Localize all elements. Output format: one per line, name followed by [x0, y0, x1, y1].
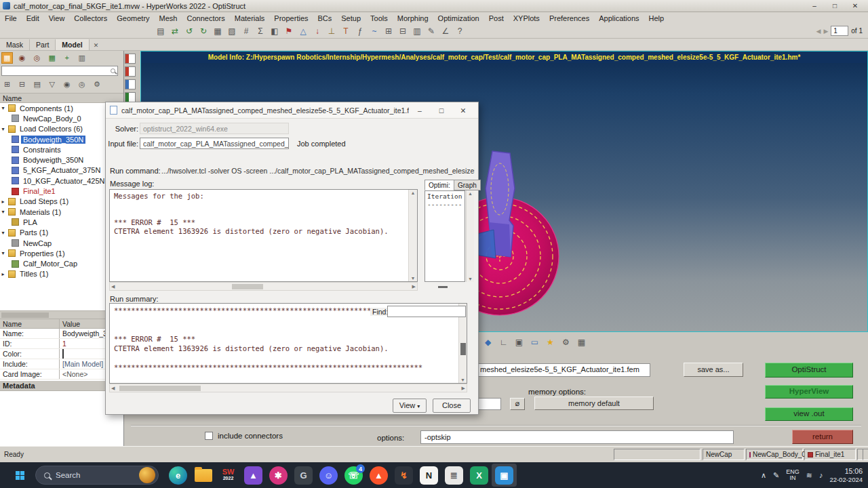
prev-page-icon[interactable]: ◀ [816, 28, 821, 35]
message-log-vscrollbar[interactable]: ▲▼ [408, 190, 417, 281]
menu-tools[interactable]: Tools [366, 14, 393, 23]
maximize-button[interactable]: □ [825, 1, 845, 12]
swap-model-icon[interactable]: ⇄ [169, 25, 181, 37]
dialog-minimize-button[interactable]: – [409, 103, 431, 118]
show-icon[interactable]: ◉ [16, 52, 28, 64]
message-log-hscrollbar[interactable]: ◀▶ [109, 282, 418, 291]
discord-icon[interactable]: ☺ [316, 464, 341, 487]
memory-toggle-button[interactable]: ⌀ [510, 398, 525, 410]
tab-model[interactable]: Model [56, 39, 89, 50]
tree-item-label[interactable]: Load Collectors (6) [18, 125, 85, 133]
status-current-component[interactable]: NewCap_Body_0 [746, 449, 803, 460]
tab-mask[interactable]: Mask [0, 39, 30, 50]
run-summary-hscrollbar[interactable]: ◀▶ [109, 384, 467, 392]
prop-value[interactable]: <None> [60, 369, 90, 379]
isolate-icon[interactable]: ◎ [76, 79, 87, 90]
capture-icon[interactable]: ▦ [576, 336, 587, 348]
redo-icon[interactable]: ↻ [197, 25, 210, 37]
count-icon[interactable]: Σ [254, 25, 267, 37]
tree-item-label[interactable]: Parts (1) [18, 228, 50, 237]
expander-icon[interactable]: ▾ [0, 126, 6, 132]
find-input[interactable] [387, 306, 466, 317]
splitter-handle[interactable] [438, 286, 448, 288]
menu-materials[interactable]: Materials [230, 14, 270, 23]
options-input[interactable]: -optskip [420, 430, 734, 444]
expander-icon[interactable]: ▾ [0, 250, 6, 256]
close-button[interactable]: ✕ [845, 1, 865, 12]
expander-icon[interactable]: ▾ [0, 209, 6, 215]
tab-close-icon[interactable]: ✕ [90, 41, 103, 50]
expander-icon[interactable]: ▾ [0, 230, 6, 236]
tree-item-label[interactable]: NewCap [21, 239, 54, 247]
menu-properties[interactable]: Properties [269, 14, 313, 23]
tree-item-label[interactable]: Titles (1) [18, 270, 50, 278]
menu-help[interactable]: Help [644, 14, 669, 23]
tree-item-label-selected[interactable]: Bodyweigth_350N [21, 136, 85, 144]
prop-value[interactable]: 1 [60, 339, 69, 348]
expand-all-icon[interactable]: ⊞ [1, 79, 13, 90]
favorites-star-icon[interactable]: ★ [545, 336, 556, 348]
message-log-box[interactable]: Messages for the job: *** ERROR # 15 ***… [109, 189, 418, 282]
include-connectors-checkbox[interactable] [205, 432, 213, 440]
notes-app-icon[interactable]: ≣ [441, 464, 467, 487]
memory-edit-field[interactable] [477, 398, 501, 410]
temperature-icon[interactable]: T [340, 25, 352, 37]
card-editor-icon[interactable]: ▦ [212, 25, 224, 37]
tree-item-label[interactable]: NewCap_Body_0 [21, 115, 83, 123]
pressure-icon[interactable]: ⊥ [326, 25, 338, 37]
edge-browser-icon[interactable]: e [165, 464, 191, 487]
entity-select-icon[interactable]: ◆ [482, 336, 494, 348]
menu-mesh[interactable]: Mesh [155, 14, 182, 23]
collapse-all-icon[interactable]: ⊟ [16, 79, 28, 90]
panel-page-icon[interactable] [125, 54, 136, 64]
session-icon[interactable]: ▤ [155, 25, 167, 37]
hyperworks-icon[interactable]: ▲ [241, 464, 266, 487]
view-button[interactable]: View ▾ [393, 399, 427, 413]
menu-applications[interactable]: Applications [594, 14, 644, 23]
tree-item-label[interactable]: Constraints [21, 146, 63, 154]
excel-icon[interactable]: X [467, 464, 492, 487]
tree-item-label[interactable]: Calf_Motor_Cap [21, 260, 79, 268]
filter-icon[interactable]: ▽ [46, 79, 58, 90]
optistruct-button[interactable]: OptiStruct [765, 363, 853, 378]
start-button[interactable] [8, 465, 31, 485]
menu-preferences[interactable]: Preferences [545, 14, 594, 23]
next-page-icon[interactable]: ▶ [823, 28, 828, 35]
iteration-vscrollbar[interactable]: ▲▼ [466, 190, 474, 282]
menu-view[interactable]: View [44, 14, 70, 23]
return-button[interactable]: return [792, 430, 853, 444]
view-settings-icon[interactable]: ⚙ [560, 336, 572, 348]
elements-icon[interactable]: ▦ [46, 52, 58, 64]
memory-default-button[interactable]: memory default [534, 396, 654, 410]
menu-collectors[interactable]: Collectors [69, 14, 112, 23]
menu-bcs[interactable]: BCs [313, 14, 337, 23]
load-flag-icon[interactable]: ⚑ [283, 25, 295, 37]
tree-item-label[interactable]: Components (1) [18, 104, 75, 113]
show-all-icon[interactable]: ◉ [61, 79, 73, 90]
axes-icon[interactable]: ∟ [498, 336, 509, 348]
mask-browser-icon[interactable]: ▦ [1, 52, 13, 64]
menu-file[interactable]: File [0, 14, 22, 23]
tree-item-label[interactable]: Properties (1) [18, 249, 67, 258]
force-icon[interactable]: ↓ [311, 25, 323, 37]
tree-item-label[interactable]: Load Steps (1) [18, 197, 71, 205]
expander-icon[interactable]: ▸ [0, 271, 6, 277]
tab-part[interactable]: Part [30, 39, 56, 50]
status-current-loadcol[interactable]: Final_ite1 [804, 449, 856, 460]
browser-settings-icon[interactable]: ⚙ [91, 79, 102, 90]
search-highlight-image[interactable] [139, 467, 155, 483]
add-icon[interactable]: + [61, 52, 73, 63]
clock[interactable]: 15:0622-02-2024 [829, 467, 863, 484]
status-current-part[interactable]: NewCap [703, 449, 745, 460]
tree-item-label[interactable]: PLA [21, 218, 39, 226]
dialog-titlebar[interactable]: calf_motor_cap_PLA_MATassigned_comped_me… [106, 102, 478, 119]
hyperview-button[interactable]: HyperView [765, 385, 853, 399]
menu-optimization[interactable]: Optimization [433, 14, 484, 23]
mask-icon[interactable]: ◧ [269, 25, 281, 37]
search-input[interactable] [1, 66, 118, 76]
tree-item-label[interactable]: Bodyweigth_350N [21, 156, 85, 164]
view-out-button[interactable]: view .out [765, 407, 853, 421]
expander-icon[interactable]: ▾ [0, 105, 6, 111]
annotate-icon[interactable]: ✎ [425, 25, 437, 37]
tab-optimization[interactable]: Optimi: [425, 180, 454, 190]
